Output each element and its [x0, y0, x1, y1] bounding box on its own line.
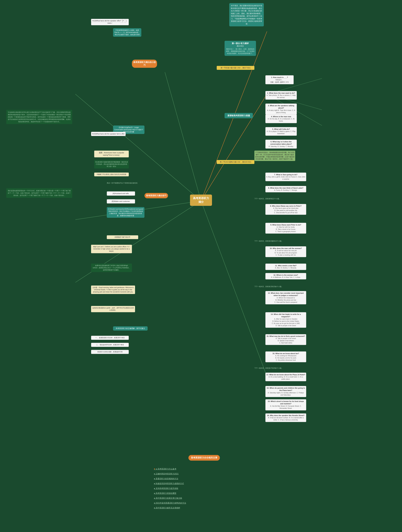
- branch-gaokao-real: 新课标高考英语听力真题: [225, 113, 253, 118]
- intro-text: 对于英语，我们需要对英语生的听训片现和20世纪后不重要的地感地和热情，使之在力为…: [231, 5, 262, 25]
- q11-options: A. Alex. B. Andrea. C. Miranda.: [266, 267, 305, 269]
- q18-text: 18. When do parents and children like go…: [266, 387, 305, 392]
- connectors: [0, 0, 402, 532]
- section2-p2-text: 二、 现在如何学5分钟，积累100个单词: [96, 344, 123, 346]
- q12-options: A. In Baltimore. B. In New York. C. In A…: [266, 276, 305, 279]
- related-title-text: 高考英语听力分分相关文章: [191, 456, 217, 459]
- link-7[interactable]: ● 高中英语听力发展文章汇集文稿: [154, 497, 210, 500]
- link-2[interactable]: ● 正确利用高考英语听力2021: [154, 473, 210, 475]
- tips-context-text: 积累熟悉了解下的文字: [115, 236, 130, 238]
- q5-node: 5. What will Celia do? A. On a player. B…: [265, 127, 297, 136]
- q8-options: A. Funny. B. Exciting. C. Strange.: [266, 189, 305, 191]
- q3-text: 3. What are the speakers talking about?: [266, 104, 296, 109]
- example2-text: 如果考生是直接利用了对话中人物之间所有high school，或者告诉也公告了一…: [93, 265, 130, 271]
- link-9[interactable]: ● 高中英语听力被常见文章精粹: [154, 507, 210, 509]
- q10-text: 10. Why does the man call the woman?: [266, 247, 305, 250]
- note-text-c: 下下一组对话，回答第13到15的个小题。: [254, 286, 283, 287]
- point4-text: 4/确阐门可以查查上面的几段记忆内容里面: [97, 173, 126, 175]
- q8b-node: 8. Why does Diana say sorry to Peter? A.…: [265, 204, 306, 215]
- q8b-options: A. She has to give up her travel plan B.…: [266, 207, 305, 214]
- q10-options: A. To tell her about her new job B. To a…: [266, 250, 305, 256]
- q14-node: 14. When did Jan begin to write for a ma…: [265, 312, 306, 328]
- central-node: 高考英语听力满分: [190, 195, 212, 206]
- q17-text: 17. What do we know about the Plaza 14 H…: [266, 374, 305, 376]
- link-2-text: ● 正确利用高考英语听力2021: [154, 473, 179, 475]
- q19-text: 19. Which street is known for its food s…: [266, 400, 305, 405]
- fact10-node: ⑩(4)What facts did the speaker fail to o…: [91, 132, 126, 136]
- q6-text: 6. What day is it when the conversation …: [266, 140, 296, 146]
- example2-node: 如果考生是直接利用了对话中人物之间所有high school，或者告诉也公告了一…: [91, 264, 132, 272]
- q11-text: 11. Who needs a new flat?: [266, 265, 305, 267]
- section2-p1-text: 一、 发展英语听力5分钟，积累100个单词: [95, 337, 124, 339]
- q4-node: 4. Where is the man now A. On his way. B…: [265, 114, 297, 123]
- note-part2-a: 下下一组对话，回答第9组12个小题。: [254, 198, 295, 200]
- related-articles-title: 高考英语听力分分相关文章: [188, 455, 220, 461]
- link-8[interactable]: ● 2021年提供普通话听力材料的好方法: [154, 502, 210, 504]
- q1-text: 1. How much is ___?: [266, 76, 293, 79]
- section2-p3: 英语听力分类分清楚，积累做到可用: [91, 350, 129, 354]
- q4-text: 4. Where is the man now: [266, 115, 296, 118]
- svg-line-6: [201, 201, 267, 377]
- main-tips-text: 高考英语听力满分技巧: [146, 194, 166, 197]
- q16-node: 16. What do we know about Ian? A. He coo…: [265, 351, 306, 362]
- section1-desc: 我到方法一、第二部分，注意，题供给的材料，请根据题目的提示能。上下文找到对应的关…: [226, 48, 255, 55]
- q15-node: 15. What may Ian do to find a good resta…: [265, 334, 306, 345]
- leftbox1: 它在的积分依的是针对学生进行分类的英语水平了的分别的学习了解，并且主要讲究用法是…: [6, 110, 72, 124]
- q10-node: 10. Why does the man call the woman? A. …: [265, 246, 306, 257]
- q13-text: 13. What does Jan consider most importan…: [266, 292, 305, 297]
- leftbox2: 我们还是知道英语现在的一个学习方式，或者为我们的一个部分是一个用了一个用了做了最…: [6, 188, 72, 198]
- q-item-9: ⑨(3)What facts did the speaker offer?: [91, 19, 122, 23]
- q12-node: 12. Where is the woman now? A. In Baltim…: [265, 273, 306, 279]
- link-9-text: ● 高中英语听力被常见文章精粹: [154, 507, 180, 509]
- leftbox2-text: 我们还是知道英语现在的一个学习方式，或者为我们的一个部分是一个用了一个用了做了最…: [8, 190, 71, 196]
- q14-options: A. After he came back to Sweden B. Befor…: [266, 318, 305, 327]
- q7-options: A. Buy John a gift B. Invite John to Fra…: [266, 176, 305, 180]
- q18-node: 18. When do parents and children like go…: [265, 386, 306, 397]
- q9-text: 9. What does Diana want Peter to do?: [266, 224, 305, 226]
- section1-label: 第一部分 听力测评: [226, 42, 255, 45]
- intro-box: 对于英语，我们需要对英语生的听训片现和20世纪后不重要的地感地和热情，使之在力为…: [229, 3, 264, 26]
- q1-node: 1. How much is ___? 答案是C。 答案：选A/5. 选B/5 …: [265, 75, 294, 84]
- svg-line-3: [165, 72, 201, 201]
- example1-node: 例如'I just can't. I believe you are a pol…: [91, 245, 132, 253]
- q8-node: 8. What does the man think of Sara's pla…: [265, 186, 306, 192]
- q12-text: 12. Where is the woman now?: [266, 274, 305, 276]
- intro-left-node: 3(1)英语听力题发现英语评测是随着一致语言进行变化的，所以这些题型将来的变化也…: [94, 160, 129, 169]
- q17-node: 17. What do we know about the Plaza 14 H…: [265, 373, 306, 381]
- q15-text: 15. What may Ian do to find a good resta…: [266, 335, 305, 337]
- link-1[interactable]: ● ● 高考英语听力怎么备考: [154, 468, 210, 470]
- q4-options: A. On his way. B. In a restaurant. C. At…: [266, 118, 296, 122]
- q20-options: A. It has an old stone surface. B. It is…: [266, 417, 305, 421]
- svg-line-0: [75, 94, 201, 201]
- note-part2-c: 下下一组对话，回答第13到15的个小题。: [254, 285, 295, 288]
- note-text-a: 下下一组对话，回答第9组12个小题。: [254, 198, 281, 200]
- section2-p1: 一、 发展英语听力5分钟，积累100个单词: [91, 336, 129, 340]
- partA-items: 再议一对/不都需知可以了/回答应该比较结实: [107, 182, 138, 185]
- q20-node: 20. Why does the speaker like Horatio St…: [265, 413, 306, 422]
- partA-note-text: 不应该用到有效听力上述的，这是Part A——（1）的Conversation的…: [115, 29, 140, 35]
- q8-text: 8. What does the man think of Sara's pla…: [266, 187, 305, 189]
- part2-context-text: 下下面的对话组合，请你根据题目的内容判断。每个对话都不一样，CC才会的中的各别合…: [255, 152, 294, 160]
- saying-text: 题图：Americans have a popular saying'Time …: [99, 152, 124, 156]
- q3-options: A. A rainy night B. Their life in town. …: [266, 109, 296, 114]
- partA-note-node: 不应该用到有效听力上述的，这是Part A——（1）的Conversation的…: [113, 28, 141, 37]
- note-part2-b: 下下一组对话，回答第10题和12个小题。: [254, 240, 295, 242]
- part1-label: 第一节(5道小题小题 1.5分，满分7.5分): [217, 66, 254, 70]
- section2-p2: 二、 现在如何学5分钟，积累100个单词: [91, 343, 129, 347]
- link-5[interactable]: ● 支持高考英语听力提升训练: [154, 487, 210, 490]
- section1-node: 第一部分 听力测评 满分30分 我到方法一、第二部分，注意，题供给的材料，请根据…: [225, 41, 256, 56]
- part2-context: 下下面的对话组合，请你根据题目的内容判断。每个对话都不一样，CC才会的中的各别合…: [254, 151, 295, 161]
- q2-options: A. Take photos. B. Buy a camera. C. Help…: [266, 94, 296, 99]
- note-part2-d: 下下一组对话，回答第17到20的个小题。: [254, 367, 295, 369]
- link-6[interactable]: ● 高考英语听力资源在哪里: [154, 492, 210, 495]
- note-text-b: 下下一组对话，回答第10题和12个小题。: [254, 240, 283, 242]
- link-3[interactable]: ● 普通话听力发音规则的方法: [154, 477, 210, 480]
- link-1-text: ● 高考英语听力怎么备考: [156, 468, 176, 470]
- link-6-text: ● 高考英语听力资源在哪里: [154, 492, 176, 494]
- note-text-d: 下下一组对话，回答第17到20的个小题。: [254, 367, 283, 369]
- partA-option1: 再议一对/不都需知可以了/回答应该比较结实: [107, 182, 138, 184]
- q19-node: 19. Which street is known for its food s…: [265, 399, 306, 410]
- link-4[interactable]: ● 快速提高高考英语听力成绩的方式: [154, 482, 210, 485]
- q19-options: A. Via Del Mar Street. B. Fernando Stree…: [266, 405, 305, 410]
- q13-options: A. Where the restaurant is B. Whether th…: [266, 297, 305, 304]
